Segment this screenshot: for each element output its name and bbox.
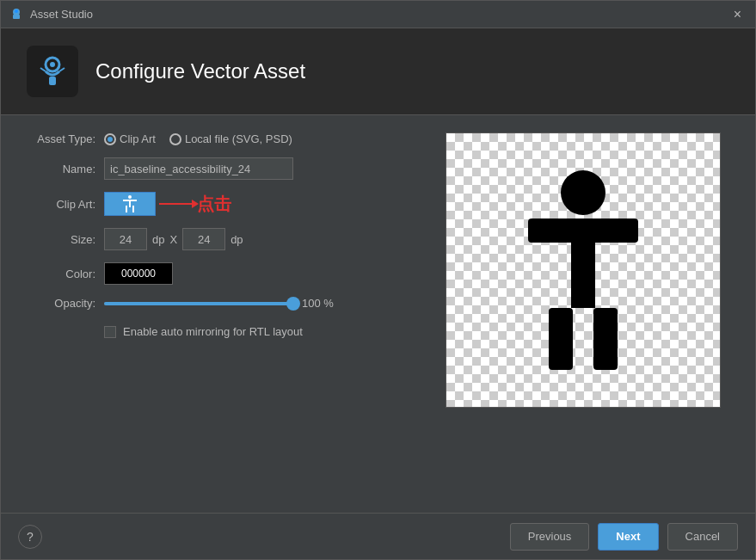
checkbox-row: Enable auto mirroring for RTL layout: [104, 325, 428, 338]
footer-right: Previous Next Cancel: [510, 523, 738, 551]
opacity-row: Opacity: 100 %: [27, 297, 428, 310]
color-swatch[interactable]: 000000: [104, 262, 173, 285]
color-value: 000000: [121, 268, 156, 280]
previous-button[interactable]: Previous: [510, 523, 590, 551]
left-panel: Asset Type: Clip Art Local file (SVG, PS…: [27, 132, 428, 495]
opacity-label: Opacity:: [27, 297, 95, 310]
footer-left: ?: [18, 525, 42, 549]
asset-type-label: Asset Type:: [27, 132, 95, 145]
size-width-input[interactable]: [104, 228, 147, 250]
clip-art-button[interactable]: [104, 192, 156, 216]
svg-line-7: [59, 68, 65, 71]
size-height-input[interactable]: [182, 228, 225, 250]
android-studio-logo: [34, 52, 71, 90]
size-label: Size:: [27, 233, 95, 246]
clip-art-label: Clip Art:: [27, 198, 95, 211]
app-icon: [9, 8, 23, 22]
asset-studio-window: Asset Studio × Configure Vector Asset: [0, 0, 756, 560]
title-bar-left: Asset Studio: [9, 8, 93, 22]
clip-art-row: Clip Art:: [27, 192, 428, 216]
svg-rect-17: [593, 308, 618, 370]
svg-point-2: [15, 9, 18, 13]
svg-point-13: [561, 170, 605, 215]
radio-local-file[interactable]: Local file (SVG, PSD): [169, 132, 292, 145]
radio-clip-art[interactable]: Clip Art: [104, 132, 156, 145]
cancel-button[interactable]: Cancel: [667, 523, 738, 551]
opacity-value: 100 %: [302, 297, 341, 310]
radio-clip-art-label: Clip Art: [120, 132, 156, 145]
size-inputs: dp X dp: [104, 228, 243, 250]
size-row: Size: dp X dp: [27, 228, 428, 250]
annotation-text: 点击: [197, 193, 231, 216]
opacity-slider-container: 100 %: [104, 297, 341, 310]
radio-clip-art-circle: [104, 133, 116, 145]
auto-mirror-checkbox[interactable]: [104, 326, 116, 338]
size-dp-label-1: dp: [152, 233, 164, 246]
footer: ? Previous Next Cancel: [1, 513, 755, 559]
name-input[interactable]: [104, 157, 293, 180]
svg-rect-16: [549, 308, 573, 370]
annotation-arrow-line: [159, 203, 194, 205]
radio-local-file-label: Local file (SVG, PSD): [185, 132, 292, 145]
main-body: Asset Type: Clip Art Local file (SVG, PS…: [1, 115, 755, 513]
opacity-slider-track[interactable]: [104, 302, 293, 305]
content-area: Configure Vector Asset Asset Type: Clip …: [1, 28, 755, 513]
right-panel: [446, 132, 729, 495]
color-row: Color: 000000: [27, 262, 428, 285]
size-dp-label-2: dp: [230, 233, 243, 246]
color-label: Color:: [27, 268, 95, 280]
accessibility-preview-icon: [497, 167, 669, 373]
svg-rect-14: [528, 218, 638, 243]
header: Configure Vector Asset: [1, 28, 755, 115]
svg-rect-1: [13, 15, 20, 19]
radio-local-file-circle: [169, 133, 181, 145]
name-label: Name:: [27, 163, 95, 175]
asset-type-row: Asset Type: Clip Art Local file (SVG, PS…: [27, 132, 428, 145]
page-title: Configure Vector Asset: [95, 59, 305, 83]
close-button[interactable]: ×: [728, 5, 747, 24]
help-button[interactable]: ?: [18, 525, 42, 549]
asset-type-radio-group: Clip Art Local file (SVG, PSD): [104, 132, 292, 145]
name-row: Name:: [27, 157, 428, 180]
svg-point-4: [50, 62, 55, 67]
svg-rect-15: [571, 243, 595, 308]
svg-rect-5: [49, 77, 56, 85]
opacity-slider-thumb[interactable]: [286, 297, 300, 311]
svg-line-6: [40, 68, 46, 71]
next-button[interactable]: Next: [598, 523, 658, 551]
accessibility-icon-small: [120, 194, 140, 214]
preview-area: [446, 132, 721, 408]
opacity-slider-fill: [104, 302, 293, 305]
clip-art-annotation: 点击: [104, 192, 231, 216]
auto-mirror-label: Enable auto mirroring for RTL layout: [123, 325, 303, 338]
header-logo: [27, 46, 78, 97]
svg-point-8: [128, 195, 132, 199]
size-x-label: X: [169, 233, 177, 246]
title-bar: Asset Studio ×: [1, 1, 755, 28]
window-title: Asset Studio: [30, 8, 93, 21]
